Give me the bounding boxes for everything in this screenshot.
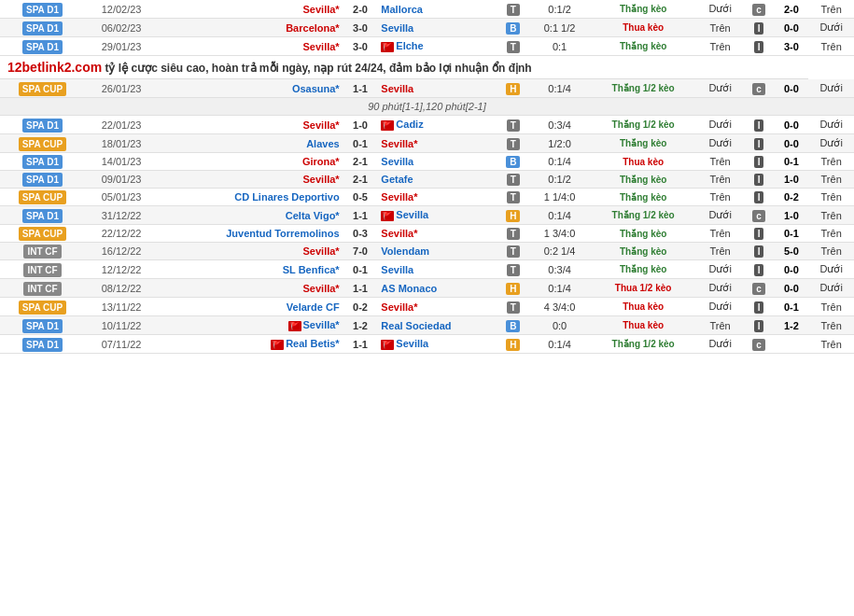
bet-result: Thắng kèo — [590, 243, 697, 260]
second-score: 0-1 — [775, 298, 809, 316]
team2-name: Sevilla* — [377, 225, 497, 243]
bet-result: Thua kèo — [590, 298, 697, 316]
second-score: 0-0 — [775, 134, 809, 153]
second-score: 1-2 — [775, 316, 809, 335]
matches-table: SPA D112/02/23Sevilla*2-0MallorcaT0:1/2T… — [0, 0, 854, 354]
team1-name: CD Linares Deportivo — [158, 189, 343, 206]
second-over-under: Dưới — [808, 79, 854, 98]
bet-result: Thua kèo — [590, 19, 697, 37]
table-row: SPA D109/01/23Sevilla*2-1GetafeT0:1/2Thắ… — [0, 171, 854, 189]
league-badge: SPA CUP — [0, 298, 85, 316]
second-score: 0-2 — [775, 189, 809, 206]
league-badge: SPA CUP — [0, 79, 85, 98]
match-type-badge: I — [743, 225, 774, 243]
second-over-under: Trên — [808, 37, 854, 56]
second-over-under: Dưới — [808, 260, 854, 279]
second-over-under: Trên — [808, 298, 854, 316]
match-type-badge: I — [743, 19, 774, 37]
second-score: 0-0 — [775, 279, 809, 298]
second-score: 0-1 — [775, 153, 809, 171]
match-score: 0-1 — [343, 260, 378, 279]
match-score: 2-0 — [343, 0, 378, 19]
over-under: Trên — [697, 243, 744, 260]
over-under: Dưới — [697, 206, 744, 225]
match-type-badge: I — [743, 189, 774, 206]
match-score: 0-5 — [343, 189, 378, 206]
match-type-badge: I — [743, 298, 774, 316]
bet-result: Thắng kèo — [590, 37, 697, 56]
table-row: SPA CUP26/01/23Osasuna*1-1SevillaH0:1/4T… — [0, 79, 854, 98]
home-away-badge: H — [497, 335, 530, 354]
match-date: 16/12/22 — [85, 243, 158, 260]
team1-name: SL Benfica* — [158, 260, 343, 279]
match-date: 29/01/23 — [85, 37, 158, 56]
match-date: 06/02/23 — [85, 19, 158, 37]
table-row: SPA CUP18/01/23Alaves0-1Sevilla*T1/2:0Th… — [0, 134, 854, 153]
home-away-badge: B — [497, 316, 530, 335]
home-away-badge: T — [497, 260, 530, 279]
league-badge: SPA D1 — [0, 206, 85, 225]
table-row: SPA D131/12/22Celta Vigo*1-1🚩SevillaH0:1… — [0, 206, 854, 225]
handicap: 1 3/4:0 — [530, 225, 590, 243]
team1-name: Sevilla* — [158, 37, 343, 56]
bet-result: Thắng kèo — [590, 134, 697, 153]
match-score: 1-1 — [343, 279, 378, 298]
match-type-badge: c — [743, 0, 774, 19]
ad-text: tỷ lệ cược siêu cao, hoàn trả mỗi ngày, … — [102, 62, 532, 75]
team2-name: Getafe — [377, 171, 497, 189]
match-type-badge: c — [743, 279, 774, 298]
bet-result: Thắng kèo — [590, 171, 697, 189]
home-away-badge: T — [497, 243, 530, 260]
over-under: Dưới — [697, 260, 744, 279]
bet-result: Thắng kèo — [590, 0, 697, 19]
team2-name: AS Monaco — [377, 279, 497, 298]
match-type-badge: I — [743, 316, 774, 335]
handicap: 0:1 — [530, 37, 590, 56]
second-score: 0-0 — [775, 260, 809, 279]
over-under: Dưới — [697, 335, 744, 354]
match-score: 1-1 — [343, 79, 378, 98]
team1-name: Juventud Torremolinos — [158, 225, 343, 243]
second-score: 1-0 — [775, 206, 809, 225]
table-row: SPA D106/02/23Barcelona*3-0SevillaB0:1 1… — [0, 19, 854, 37]
second-over-under: Dưới — [808, 19, 854, 37]
match-type-badge: I — [743, 260, 774, 279]
league-badge: INT CF — [0, 279, 85, 298]
ad-site[interactable]: 12betlink2.com — [7, 60, 102, 75]
second-score: 0-0 — [775, 19, 809, 37]
second-over-under: Trên — [808, 335, 854, 354]
match-type-badge: I — [743, 116, 774, 134]
team2-name: Sevilla — [377, 260, 497, 279]
match-date: 09/01/23 — [85, 171, 158, 189]
table-row: SPA D129/01/23Sevilla*3-0🚩ElcheT0:1Thắng… — [0, 37, 854, 56]
team1-name: Girona* — [158, 153, 343, 171]
match-date: 05/01/23 — [85, 189, 158, 206]
home-away-badge: T — [497, 298, 530, 316]
league-badge: SPA D1 — [0, 171, 85, 189]
second-over-under: Trên — [808, 171, 854, 189]
match-date: 14/01/23 — [85, 153, 158, 171]
table-row: SPA D107/11/22🚩Real Betis*1-1🚩SevillaH0:… — [0, 335, 854, 354]
team2-name: Real Sociedad — [377, 316, 497, 335]
team2-name: Sevilla — [377, 153, 497, 171]
second-over-under: Dưới — [808, 134, 854, 153]
bet-result: Thắng 1/2 kèo — [590, 116, 697, 134]
over-under: Trên — [697, 19, 744, 37]
team1-name: Velarde CF — [158, 298, 343, 316]
league-badge: SPA D1 — [0, 19, 85, 37]
home-away-badge: T — [497, 134, 530, 153]
second-over-under: Trên — [808, 189, 854, 206]
team1-name: Osasuna* — [158, 79, 343, 98]
home-away-badge: H — [497, 206, 530, 225]
handicap: 0:0 — [530, 316, 590, 335]
match-date: 12/02/23 — [85, 0, 158, 19]
second-over-under: Trên — [808, 243, 854, 260]
league-badge: SPA CUP — [0, 225, 85, 243]
home-away-badge: H — [497, 279, 530, 298]
league-badge: SPA D1 — [0, 153, 85, 171]
second-score: 0-0 — [775, 79, 809, 98]
team2-name: Sevilla* — [377, 298, 497, 316]
over-under: Trên — [697, 189, 744, 206]
second-score: 0-1 — [775, 225, 809, 243]
team1-name: Barcelona* — [158, 19, 343, 37]
